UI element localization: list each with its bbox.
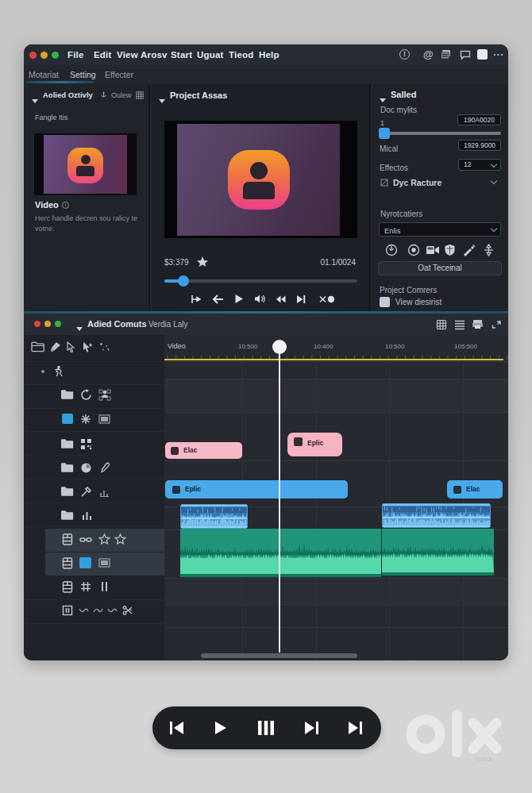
svg-text:INDIA: INDIA [474,756,492,762]
